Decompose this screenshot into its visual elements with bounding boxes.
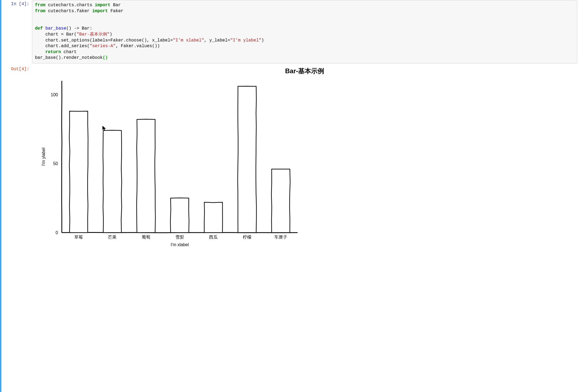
code-keyword: return xyxy=(45,50,61,54)
code-text: cutecharts.charts xyxy=(45,3,95,8)
code-text: chart.set_options(labels=Faker.choose(),… xyxy=(35,38,173,43)
code-paren: ( xyxy=(103,55,105,60)
bar-chart[interactable]: 050100I'm ylabel草莓芒果葡萄雪梨西瓜柠檬车厘子I'm xlabe… xyxy=(35,78,306,252)
code-funcname: bar_base xyxy=(43,26,66,31)
bar[interactable] xyxy=(271,169,290,233)
code-keyword: import xyxy=(92,9,108,14)
code-string: "I'm xlabel" xyxy=(173,38,204,43)
code-text: Faker xyxy=(108,9,124,14)
code-text: bar_base().render_notebook xyxy=(35,55,103,60)
x-tick-label: 西瓜 xyxy=(209,235,218,239)
notebook-container: In [4]: from cutecharts.charts import Ba… xyxy=(1,0,580,253)
code-text: Bar xyxy=(110,3,121,8)
x-tick-label: 车厘子 xyxy=(274,235,287,239)
y-tick-label: 0 xyxy=(56,230,58,235)
code-text: cutecharts.faker xyxy=(45,9,92,14)
code-string: "series-A" xyxy=(90,44,116,49)
y-axis-label: I'm ylabel xyxy=(41,147,46,166)
code-keyword: from xyxy=(35,9,45,14)
code-text: chart.add_series( xyxy=(35,44,90,49)
notebook-selected-edge: In [4]: from cutecharts.charts import Ba… xyxy=(0,0,580,392)
code-string: "I'm ylabel" xyxy=(230,38,261,43)
code-text: () -> Bar: xyxy=(66,26,92,31)
code-keyword: import xyxy=(95,3,111,8)
x-tick-label: 雪梨 xyxy=(175,235,184,239)
chart-title: Bar-基本示例 xyxy=(35,67,575,75)
code-text: chart xyxy=(61,50,77,54)
code-text: , Faker.values()) xyxy=(116,44,160,49)
x-tick-label: 草莓 xyxy=(74,235,83,239)
output-area: Bar-基本示例 050100I'm ylabel草莓芒果葡萄雪梨西瓜柠檬车厘子… xyxy=(32,65,577,253)
code-keyword: from xyxy=(35,3,45,8)
code-keyword: def xyxy=(35,26,43,31)
chart-container[interactable]: 050100I'm ylabel草莓芒果葡萄雪梨西瓜柠檬车厘子I'm xlabe… xyxy=(35,78,575,252)
y-tick-label: 50 xyxy=(53,161,58,166)
bar[interactable] xyxy=(238,86,256,233)
bar[interactable] xyxy=(103,130,122,233)
x-axis-label: I'm xlabel xyxy=(170,242,189,247)
bar[interactable] xyxy=(137,119,155,233)
out-prompt: Out[4]: xyxy=(3,65,32,253)
code-text: chart = Bar( xyxy=(35,32,77,37)
code-input[interactable]: from cutecharts.charts import Bar from c… xyxy=(32,0,577,63)
x-tick-label: 柠檬 xyxy=(243,235,252,239)
input-cell: In [4]: from cutecharts.charts import Ba… xyxy=(3,0,577,63)
bar[interactable] xyxy=(170,198,189,233)
code-text: ) xyxy=(261,38,264,43)
bar[interactable] xyxy=(204,202,223,233)
bar[interactable] xyxy=(69,111,88,233)
y-axis xyxy=(62,81,62,233)
y-tick-label: 100 xyxy=(51,92,58,97)
code-text: , y_label= xyxy=(204,38,230,43)
in-prompt: In [4]: xyxy=(3,0,32,63)
code-string: "Bar-基本示例" xyxy=(77,32,110,37)
output-cell: Out[4]: Bar-基本示例 050100I'm ylabel草莓芒果葡萄雪… xyxy=(3,65,577,253)
code-paren: ) xyxy=(105,55,108,60)
x-tick-label: 葡萄 xyxy=(142,235,150,239)
code-text: ) xyxy=(109,32,112,37)
x-tick-label: 芒果 xyxy=(108,235,117,239)
